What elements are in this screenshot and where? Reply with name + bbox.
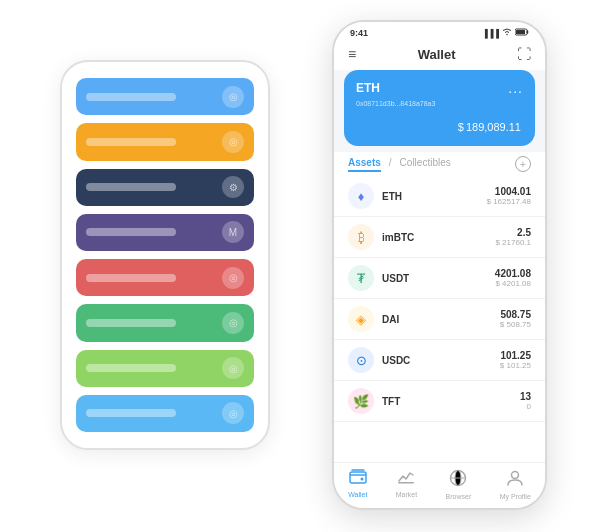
- wifi-icon: [502, 28, 512, 38]
- asset-usd: 0: [520, 402, 531, 411]
- list-item[interactable]: ◎: [76, 78, 254, 115]
- card-icon: M: [222, 221, 244, 243]
- background-phone: ◎ ◎ ⚙ M ◎ ◎ ◎ ◎: [60, 60, 270, 450]
- asset-name: ETH: [382, 191, 487, 202]
- profile-nav-label: My Profile: [500, 493, 531, 500]
- asset-amounts: 101.25 $ 101.25: [500, 350, 531, 370]
- eth-card-top: ETH ...: [356, 80, 523, 96]
- asset-name: imBTC: [382, 232, 495, 243]
- market-nav-label: Market: [396, 491, 417, 498]
- bottom-nav: Wallet Market: [334, 462, 545, 508]
- expand-icon[interactable]: ⛶: [517, 46, 531, 62]
- svg-point-8: [512, 472, 519, 479]
- list-item[interactable]: ⚙: [76, 169, 254, 206]
- list-item[interactable]: ◎: [76, 123, 254, 160]
- wallet-nav-label: Wallet: [348, 491, 367, 498]
- nav-profile[interactable]: My Profile: [500, 469, 531, 500]
- asset-amounts: 2.5 $ 21760.1: [495, 227, 531, 247]
- svg-rect-2: [350, 472, 366, 483]
- nav-wallet[interactable]: Wallet: [348, 469, 367, 500]
- asset-amounts: 1004.01 $ 162517.48: [487, 186, 532, 206]
- eth-more-icon[interactable]: ...: [508, 80, 523, 96]
- menu-icon[interactable]: ≡: [348, 46, 356, 62]
- nav-market[interactable]: Market: [396, 469, 417, 500]
- tab-group: Assets / Collectibles: [348, 157, 451, 172]
- asset-amount: 13: [520, 391, 531, 402]
- svg-rect-1: [516, 30, 525, 34]
- eth-icon: ♦: [348, 183, 374, 209]
- asset-usd: $ 162517.48: [487, 197, 532, 206]
- page-title: Wallet: [418, 47, 456, 62]
- tab-collectibles[interactable]: Collectibles: [400, 157, 451, 172]
- asset-amounts: 508.75 $ 508.75: [500, 309, 531, 329]
- eth-balance: $189,089.11: [356, 115, 523, 136]
- tab-separator: /: [389, 157, 392, 172]
- asset-usd: $ 101.25: [500, 361, 531, 370]
- asset-name: TFT: [382, 396, 520, 407]
- table-row[interactable]: 🌿 TFT 13 0: [334, 381, 545, 422]
- asset-name: USDC: [382, 355, 500, 366]
- browser-nav-label: Browser: [446, 493, 472, 500]
- tab-assets[interactable]: Assets: [348, 157, 381, 172]
- imbtc-icon: ₿: [348, 224, 374, 250]
- nav-browser[interactable]: Browser: [446, 469, 472, 500]
- table-row[interactable]: ₿ imBTC 2.5 $ 21760.1: [334, 217, 545, 258]
- market-nav-icon: [397, 469, 415, 489]
- asset-usd: $ 21760.1: [495, 238, 531, 247]
- card-icon: ◎: [222, 267, 244, 289]
- table-row[interactable]: ♦ ETH 1004.01 $ 162517.48: [334, 176, 545, 217]
- currency-symbol: $: [458, 121, 464, 133]
- dai-icon: ◈: [348, 306, 374, 332]
- browser-nav-icon: [449, 469, 467, 491]
- list-item[interactable]: ◎: [76, 395, 254, 432]
- eth-address: 0x08711d3b...8418a78a3: [356, 100, 523, 107]
- asset-list: ♦ ETH 1004.01 $ 162517.48 ₿ imBTC 2.5 $ …: [334, 176, 545, 462]
- wallet-nav-icon: [349, 469, 367, 489]
- asset-amounts: 4201.08 $ 4201.08: [495, 268, 531, 288]
- card-icon: ◎: [222, 357, 244, 379]
- svg-rect-4: [398, 482, 414, 484]
- list-item[interactable]: M: [76, 214, 254, 251]
- card-icon: ◎: [222, 402, 244, 424]
- eth-label: ETH: [356, 81, 380, 95]
- signal-icon: ▐▐▐: [482, 29, 499, 38]
- add-asset-button[interactable]: +: [515, 156, 531, 172]
- status-icons: ▐▐▐: [482, 28, 529, 38]
- card-icon: ◎: [222, 312, 244, 334]
- header: ≡ Wallet ⛶: [334, 40, 545, 70]
- card-icon: ◎: [222, 86, 244, 108]
- profile-nav-icon: [506, 469, 524, 491]
- list-item[interactable]: ◎: [76, 350, 254, 387]
- scene: ◎ ◎ ⚙ M ◎ ◎ ◎ ◎: [0, 0, 602, 532]
- table-row[interactable]: ⊙ USDC 101.25 $ 101.25: [334, 340, 545, 381]
- table-row[interactable]: ₮ USDT 4201.08 $ 4201.08: [334, 258, 545, 299]
- asset-amount: 101.25: [500, 350, 531, 361]
- status-bar: 9:41 ▐▐▐: [334, 22, 545, 40]
- asset-amount: 2.5: [495, 227, 531, 238]
- asset-amount: 1004.01: [487, 186, 532, 197]
- asset-usd: $ 508.75: [500, 320, 531, 329]
- asset-usd: $ 4201.08: [495, 279, 531, 288]
- time: 9:41: [350, 28, 368, 38]
- card-icon: ◎: [222, 131, 244, 153]
- tft-icon: 🌿: [348, 388, 374, 414]
- asset-name: DAI: [382, 314, 500, 325]
- list-item[interactable]: ◎: [76, 304, 254, 341]
- eth-wallet-card[interactable]: ETH ... 0x08711d3b...8418a78a3 $189,089.…: [344, 70, 535, 146]
- table-row[interactable]: ◈ DAI 508.75 $ 508.75: [334, 299, 545, 340]
- assets-tabs: Assets / Collectibles +: [334, 152, 545, 176]
- front-phone: 9:41 ▐▐▐: [332, 20, 547, 510]
- battery-icon: [515, 28, 529, 38]
- balance-value: 189,089.11: [466, 121, 521, 133]
- asset-amounts: 13 0: [520, 391, 531, 411]
- list-item[interactable]: ◎: [76, 259, 254, 296]
- asset-amount: 508.75: [500, 309, 531, 320]
- usdt-icon: ₮: [348, 265, 374, 291]
- card-icon: ⚙: [222, 176, 244, 198]
- usdc-icon: ⊙: [348, 347, 374, 373]
- asset-amount: 4201.08: [495, 268, 531, 279]
- asset-name: USDT: [382, 273, 495, 284]
- svg-point-3: [360, 478, 363, 481]
